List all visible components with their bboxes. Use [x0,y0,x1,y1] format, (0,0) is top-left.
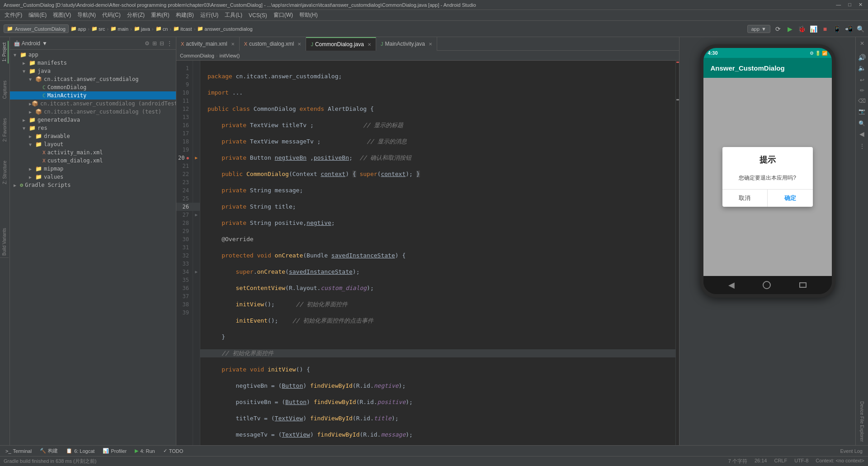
maximize-button[interactable]: □ [846,2,853,8]
menu-tools[interactable]: 工具(L) [222,10,245,20]
tab-close-common-dialog[interactable]: ✕ [368,42,371,47]
tree-item-android-test[interactable]: ▶ 📦 cn.itcast.answer_customdialog (andro… [10,100,176,108]
chevron-down-icon[interactable]: ▼ [761,26,766,32]
settings-cog-icon[interactable]: ⚙ [145,40,150,47]
collapse-icon[interactable]: ⊟ [160,40,164,47]
tab-main-activity-java[interactable]: J MainActivity.java ✕ [376,37,437,51]
sync-project-button[interactable]: ⟳ [774,25,782,33]
eraser-button[interactable]: ✏ [858,86,867,95]
tab-close-activity-main[interactable]: ✕ [231,42,235,47]
code-content-area[interactable]: 1 2 9 10 11 12 13 16 17 18 19 20● 21 22 … [176,61,679,445]
tree-item-values[interactable]: ▶ 📁 values [10,173,176,181]
tree-item-mipmap[interactable]: ▶ 📁 mipmap [10,165,176,173]
menu-help[interactable]: 帮助(H) [297,10,321,20]
menu-window[interactable]: 窗口(W) [271,10,296,20]
tree-item-java[interactable]: ▼ 📁 java [10,67,176,75]
menu-build[interactable]: 构建(B) [173,10,197,20]
eraser2-button[interactable]: ⌫ [858,96,867,105]
run-button[interactable]: ▶ [786,25,794,33]
project-panel: 🤖 Android ▼ ⚙ ⊞ ⊟ ⋮ ▼ 📁 app ▶ 📁 manifest… [10,37,176,445]
tab-close-custom-dialog[interactable]: ✕ [297,42,301,47]
tree-item-manifests[interactable]: ▶ 📁 manifests [10,59,176,67]
logcat-tab[interactable]: 📋 6: Logcat [62,446,98,456]
profile-button[interactable]: 📊 [809,25,817,33]
nav-back-button[interactable]: ◀ [728,280,735,290]
tree-item-common-dialog[interactable]: C CommonDialog [10,83,176,91]
debug-button[interactable]: 🐞 [797,25,806,33]
xml-file-icon2: X [244,41,247,47]
tree-item-drawable[interactable]: ▶ 📁 drawable [10,132,176,140]
tree-item-custom-dialog-xml[interactable]: X custom_dialog.xml [10,157,176,165]
tree-item-app[interactable]: ▼ 📁 app [10,51,176,59]
zoom-in-button[interactable]: 🔈 [858,63,867,72]
tree-item-layout[interactable]: ▼ 📁 layout [10,140,176,148]
menu-refactor[interactable]: 重构(R) [148,10,172,20]
avd-manager-button[interactable]: 📲 [844,25,853,33]
close-preview-button[interactable]: ✕ [858,39,867,48]
tab-activity-main-xml[interactable]: X activity_main.xml ✕ [176,37,240,51]
menu-analyze[interactable]: 分析(Z) [124,10,147,20]
context-label: Context: <no context> [816,458,864,465]
tree-item-main-activity[interactable]: C MainActivity [10,91,176,100]
code-line-18: private String positive,negtive; [208,219,668,227]
menu-code[interactable]: 代码(C) [99,10,123,20]
sidebar-item-captures[interactable]: Captures [1,79,8,101]
terminal-icon: >_ [5,448,11,454]
tree-item-activity-main-xml[interactable]: X activity_main.xml [10,148,176,157]
app-config-selector[interactable]: app ▼ [747,25,770,33]
nav-recents-button[interactable] [799,282,807,288]
zoom-out-button[interactable]: 🔊 [858,53,867,62]
event-log-tab[interactable]: Event Log [836,448,866,454]
device-file-explorer-tab[interactable]: Device File Explorer [859,399,865,443]
tree-item-generated-java[interactable]: ▶ 📁 generatedJava [10,116,176,124]
todo-tab[interactable]: ✓ TODO [160,446,187,456]
tree-item-cn-itcast[interactable]: ▼ 📦 cn.itcast.answer_customdialog [10,75,176,83]
menu-run[interactable]: 运行(U) [198,10,222,20]
tab-close-main-activity[interactable]: ✕ [429,42,432,47]
run-tab[interactable]: ▶ 4: Run [131,446,158,456]
minimize-button[interactable]: — [834,2,843,8]
menu-file[interactable]: 文件(F) [2,10,25,20]
dialog-message: 您确定要退出本应用吗? [722,172,813,189]
window-controls[interactable]: — □ ✕ [834,2,864,8]
bottom-tabs: >_ Terminal 🔨 构建 📋 6: Logcat 📊 Profiler … [0,445,868,456]
nav-right-button[interactable]: ⋮ [858,142,867,151]
menu-navigate[interactable]: 导航(N) [75,10,99,20]
menu-vcs[interactable]: VCS(S) [246,10,270,20]
expand-icon[interactable]: ⊞ [152,40,157,47]
tab-common-dialog-java[interactable]: J CommonDialog.java ✕ [306,37,376,51]
tree-item-gradle-scripts[interactable]: ▶ ⚙ Gradle Scripts [10,181,176,189]
dialog-confirm-button[interactable]: 确定 [768,190,813,207]
sidebar-item-favorites[interactable]: 2: Favorites [1,116,8,143]
zoom-fit-button[interactable]: 🔍 [858,119,867,128]
menu-edit[interactable]: 编辑(E) [26,10,49,20]
code-text[interactable]: package cn.itcast.answer_customdialog; i… [200,61,675,445]
dialog-cancel-button[interactable]: 取消 [722,190,768,207]
code-editor[interactable]: CommonDialog › initView() 1 2 9 10 11 12… [176,51,679,445]
code-line-24: initEvent(); // 初始化界面控件的点击事件 [208,317,668,325]
profiler-tab[interactable]: 📊 Profiler [99,446,130,456]
device-time: 4:30 [708,50,718,56]
sidebar-item-structure[interactable]: Z: Structure [1,159,8,186]
android-chevron[interactable]: ▼ [42,40,47,47]
code-line-2: import ... [208,89,668,97]
camera-button[interactable]: 📷 [858,107,867,116]
nav-left-button[interactable]: ◀ [858,129,867,138]
tree-item-test[interactable]: ▶ 📦 cn.itcast.answer_customdialog (test) [10,108,176,116]
more-icon[interactable]: ⋮ [167,40,172,47]
tab-custom-dialog-xml[interactable]: X custom_dialog.xml ✕ [240,37,307,51]
stop-button[interactable]: ■ [821,25,829,33]
gradle-status: Gradle build finished in 638 ms (片刻之前) [4,458,96,465]
terminal-tab[interactable]: >_ Terminal [2,446,35,456]
nav-home-button[interactable] [763,281,771,289]
project-name-label: Answer_CustomDialog [15,26,66,32]
tree-item-res[interactable]: ▼ 📁 res [10,124,176,132]
close-button[interactable]: ✕ [857,2,864,8]
rotate-button[interactable]: ↩ [858,76,867,85]
android-dropdown[interactable]: 🤖 Android ▼ [14,40,47,47]
sidebar-item-project[interactable]: 1: Project [1,41,9,63]
search-button[interactable]: 🔍 [856,25,864,33]
sdk-manager-button[interactable]: 📱 [833,25,841,33]
build-tab[interactable]: 🔨 构建 [36,446,61,456]
menu-view[interactable]: 视图(V) [50,10,74,20]
